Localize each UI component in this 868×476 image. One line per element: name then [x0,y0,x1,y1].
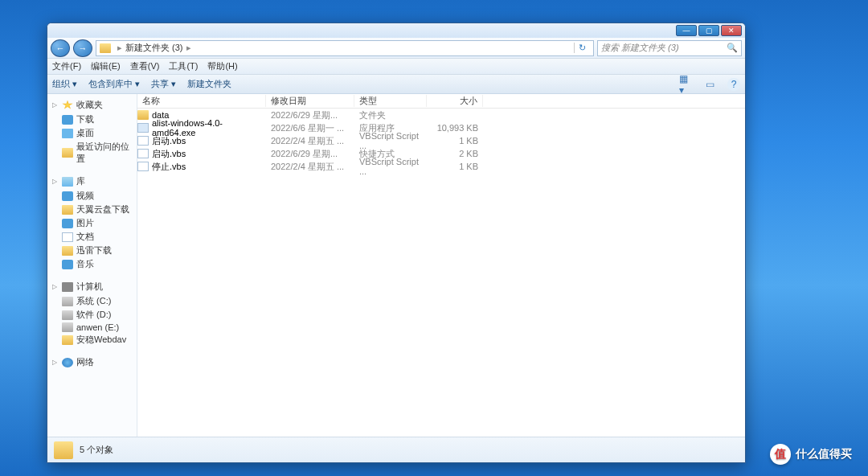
drive-icon [62,322,73,332]
file-icon [137,149,149,158]
document-icon [62,232,73,242]
command-bar: 组织 ▾ 包含到库中 ▾ 共享 ▾ 新建文件夹 ▦ ▾ ▭ ? [47,75,745,94]
file-type: VBScript Script ... [354,157,427,176]
sidebar-item-recent[interactable]: 最近访问的位置 [47,140,137,166]
file-date: 2022/6/6 星期一 ... [266,122,354,134]
watermark-badge: 值 [770,444,791,465]
sidebar-item-drive-c[interactable]: 系统 (C:) [47,294,137,308]
cloud-icon [62,205,73,215]
column-name[interactable]: 名称 [137,95,266,107]
sidebar-computer[interactable]: ▷计算机 [47,279,137,294]
explorer-body: ▷收藏夹 下载 桌面 最近访问的位置 ▷库 视频 天翼云盘下载 图片 文档 迅雷… [47,94,745,437]
search-icon: 🔍 [727,43,738,53]
folder-icon [62,335,73,345]
maximize-button[interactable]: ▢ [698,25,719,36]
table-row[interactable]: alist-windows-4.0-amd64.exe2022/6/6 星期一 … [137,121,745,134]
column-headers: 名称 修改日期 类型 大小 [137,94,745,109]
file-icon [137,136,149,146]
column-size[interactable]: 大小 [427,95,483,107]
file-size: 10,993 KB [427,123,483,133]
thunder-icon [62,246,73,256]
file-name: 停止.vbs [152,161,186,173]
folder-icon [54,441,73,459]
download-icon [62,115,73,125]
table-row[interactable]: 停止.vbs2022/2/4 星期五 ...VBScript Script ..… [137,160,745,173]
sidebar-item-cloud[interactable]: 天翼云盘下载 [47,203,137,216]
picture-icon [62,219,73,228]
sidebar-item-music[interactable]: 音乐 [47,257,137,271]
menu-view[interactable]: 查看(V) [130,60,160,72]
refresh-icon[interactable]: ↻ [574,43,590,53]
recent-icon [62,148,73,158]
sidebar-item-downloads[interactable]: 下载 [47,113,137,126]
organize-button[interactable]: 组织 ▾ [52,78,77,90]
navigation-pane: ▷收藏夹 下载 桌面 最近访问的位置 ▷库 视频 天翼云盘下载 图片 文档 迅雷… [47,94,137,437]
sidebar-item-pictures[interactable]: 图片 [47,216,137,230]
minimize-button[interactable]: — [676,25,697,36]
file-date: 2022/6/29 星期... [266,109,354,121]
sidebar-item-thunder[interactable]: 迅雷下载 [47,244,137,257]
column-date[interactable]: 修改日期 [266,95,354,107]
back-button[interactable]: ← [51,39,70,57]
library-icon [62,177,73,187]
sidebar-network[interactable]: ▷网络 [47,355,137,370]
star-icon [62,101,73,110]
sidebar-libraries[interactable]: ▷库 [47,174,137,189]
sidebar-favorites[interactable]: ▷收藏夹 [47,97,137,113]
chevron-right-icon: ▸ [117,43,122,53]
file-name: 启动.vbs [152,135,186,147]
chevron-right-icon: ▸ [186,43,191,53]
view-options-icon[interactable]: ▦ ▾ [679,78,692,91]
file-type: 文件夹 [354,109,427,121]
folder-icon [100,43,111,53]
file-size: 1 KB [427,162,483,171]
column-type[interactable]: 类型 [354,95,427,107]
forward-button[interactable]: → [73,39,92,57]
menu-tools[interactable]: 工具(T) [169,60,198,72]
drive-icon [62,310,73,320]
menu-edit[interactable]: 编辑(E) [91,60,121,72]
status-text: 5 个对象 [80,444,113,456]
desktop-icon [62,129,73,138]
help-icon[interactable]: ? [727,78,740,91]
title-bar[interactable]: — ▢ ✕ [47,23,745,38]
file-size: 1 KB [427,136,483,146]
watermark: 值 什么值得买 [770,444,852,465]
preview-pane-icon[interactable]: ▭ [703,78,716,91]
table-row[interactable]: 启动.vbs2022/2/4 星期五 ...VBScript Script ..… [137,134,745,147]
menu-help[interactable]: 帮助(H) [207,60,237,72]
file-list: 名称 修改日期 类型 大小 data2022/6/29 星期...文件夹alis… [137,94,745,437]
file-date: 2022/6/29 星期... [266,148,354,160]
include-library-button[interactable]: 包含到库中 ▾ [88,78,140,90]
close-button[interactable]: ✕ [721,25,742,36]
file-icon [137,162,149,171]
file-date: 2022/2/4 星期五 ... [266,161,354,173]
table-row[interactable]: 启动.vbs2022/6/29 星期...快捷方式2 KB [137,147,745,160]
file-icon [137,123,149,133]
explorer-window: — ▢ ✕ ← → ▸ 新建文件夹 (3) ▸ ↻ 搜索 新建文件夹 (3) 🔍… [47,23,746,463]
menu-file[interactable]: 文件(F) [52,60,81,72]
sidebar-item-drive-d[interactable]: 软件 (D:) [47,308,137,322]
computer-icon [62,282,73,292]
navigation-bar: ← → ▸ 新建文件夹 (3) ▸ ↻ 搜索 新建文件夹 (3) 🔍 [47,38,745,59]
drive-icon [62,297,73,306]
sidebar-item-drive-e[interactable]: anwen (E:) [47,322,137,333]
file-size: 2 KB [427,149,483,158]
video-icon [62,191,73,201]
search-placeholder: 搜索 新建文件夹 (3) [601,42,679,54]
breadcrumb-folder[interactable]: 新建文件夹 (3) [125,42,183,54]
watermark-text: 什么值得买 [796,447,852,462]
share-button[interactable]: 共享 ▾ [151,78,176,90]
sidebar-item-webdav[interactable]: 安稳Webdav [47,333,137,347]
sidebar-item-videos[interactable]: 视频 [47,189,137,203]
music-icon [62,260,73,269]
file-name: 启动.vbs [152,148,186,160]
sidebar-item-desktop[interactable]: 桌面 [47,126,137,140]
search-input[interactable]: 搜索 新建文件夹 (3) 🔍 [597,40,742,56]
file-date: 2022/2/4 星期五 ... [266,135,354,147]
address-bar[interactable]: ▸ 新建文件夹 (3) ▸ ↻ [96,40,594,56]
new-folder-button[interactable]: 新建文件夹 [187,78,231,90]
menu-bar: 文件(F) 编辑(E) 查看(V) 工具(T) 帮助(H) [47,59,745,75]
sidebar-item-documents[interactable]: 文档 [47,230,137,244]
network-icon [62,358,73,367]
